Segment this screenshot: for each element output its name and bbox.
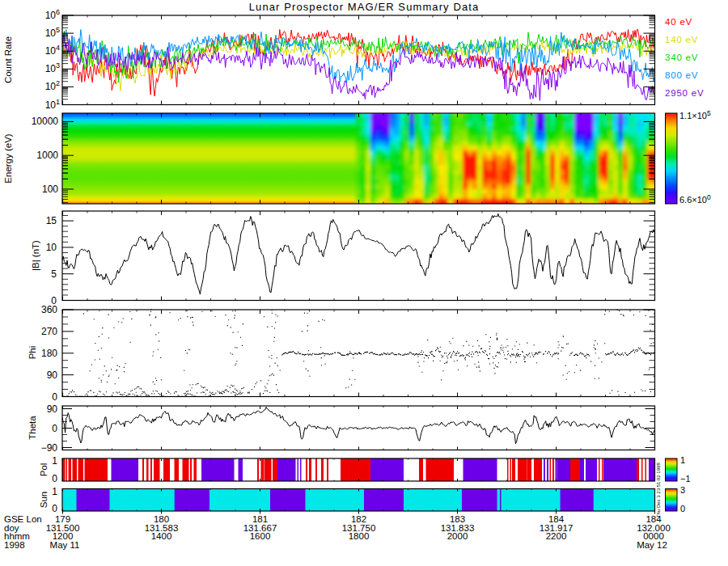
svg-text:Phi: Phi [28, 346, 37, 360]
svg-text:40 eV: 40 eV [665, 17, 692, 27]
svg-text:360: 360 [41, 304, 57, 315]
svg-text:1000: 1000 [36, 150, 58, 161]
svg-text:May 11: May 11 [50, 540, 80, 550]
svg-text:1400: 1400 [151, 531, 172, 541]
svg-text:0: 0 [52, 391, 57, 403]
svg-text:May 12: May 12 [637, 540, 667, 550]
svg-text:2000: 2000 [447, 531, 468, 541]
svg-text:3: 3 [680, 485, 685, 495]
svg-text:Energy (eV): Energy (eV) [3, 133, 13, 184]
svg-text:0: 0 [680, 504, 685, 513]
svg-text:Sun: Sun [39, 492, 49, 508]
svg-text:−90: −90 [41, 442, 58, 454]
svg-text:15: 15 [46, 215, 57, 226]
svg-text:800 eV: 800 eV [665, 70, 698, 80]
svg-text:−1: −1 [680, 474, 691, 484]
svg-text:0: 0 [52, 503, 57, 514]
svg-text:0: 0 [52, 423, 57, 434]
svg-text:1800: 1800 [349, 531, 370, 541]
svg-text:1.1×105: 1.1×105 [679, 109, 711, 120]
svg-text:140 eV: 140 eV [665, 35, 698, 44]
svg-text:Pol: Pol [39, 463, 49, 477]
svg-text:Theta: Theta [28, 416, 37, 440]
svg-text:1600: 1600 [250, 531, 271, 541]
svg-text:1998: 1998 [4, 540, 25, 550]
svg-text:0: 0 [52, 473, 57, 484]
svg-text:340 eV: 340 eV [665, 53, 698, 62]
svg-text:Thu Dec 3 23:51:02 1998: Thu Dec 3 23:51:02 1998 [656, 463, 661, 517]
svg-text:|B| (nT): |B| (nT) [31, 240, 40, 271]
svg-text:2950 eV: 2950 eV [665, 88, 704, 98]
svg-text:10000: 10000 [32, 116, 59, 127]
svg-text:10: 10 [46, 242, 57, 253]
svg-text:Lunar Prospector MAG/ER Summar: Lunar Prospector MAG/ER Summary Data [249, 1, 480, 13]
svg-text:1: 1 [52, 486, 57, 497]
svg-text:2200: 2200 [546, 531, 567, 541]
svg-text:1: 1 [52, 455, 57, 467]
svg-text:5: 5 [51, 268, 57, 280]
svg-text:90: 90 [47, 403, 58, 415]
svg-text:1: 1 [680, 455, 685, 465]
svg-text:100: 100 [42, 184, 58, 195]
svg-text:6.6×100: 6.6×100 [679, 193, 711, 205]
svg-text:90: 90 [47, 370, 58, 381]
svg-text:Count Rate: Count Rate [3, 36, 13, 83]
svg-text:270: 270 [41, 326, 57, 337]
svg-text:180: 180 [41, 348, 57, 359]
